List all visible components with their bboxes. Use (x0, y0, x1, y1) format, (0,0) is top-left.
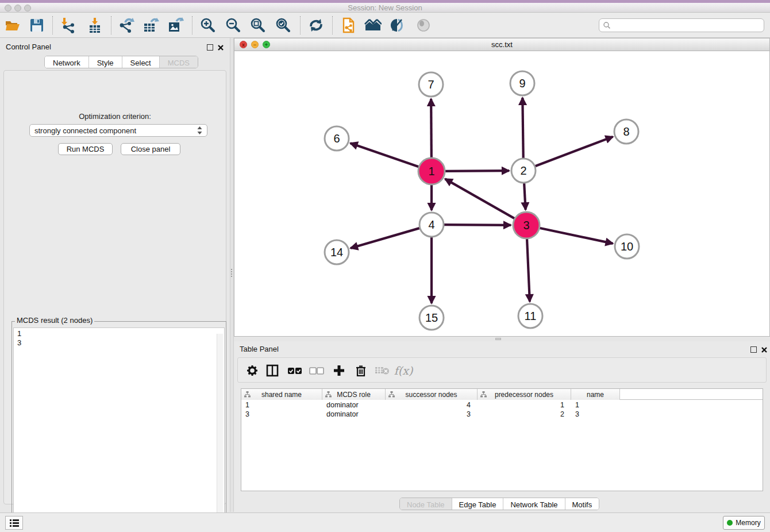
close-panel-icon[interactable] (761, 346, 768, 353)
network-window-titlebar[interactable]: x − + scc.txt (234, 38, 769, 51)
mcds-result-textarea[interactable]: 1 3 (13, 327, 225, 532)
graph-node-8[interactable]: 8 (614, 119, 638, 144)
result-scrollbar[interactable] (217, 334, 223, 532)
tab-style[interactable]: Style (89, 56, 122, 68)
graph-edge-3-10[interactable] (540, 228, 613, 244)
mcds-result-box: MCDS result (2 nodes) 1 3 (11, 317, 226, 532)
table-panel-title: Table Panel (240, 345, 279, 353)
column-header-predecessor-nodes[interactable]: predecessor nodes (478, 389, 571, 400)
optimization-criterion-dropdown[interactable]: strongly connected component (29, 124, 207, 137)
deselect-all-icon[interactable] (309, 363, 324, 378)
vertical-split-divider[interactable] (230, 38, 234, 512)
hide-panels-icon[interactable] (389, 17, 406, 34)
search-input[interactable] (611, 21, 764, 29)
graph-node-4[interactable]: 4 (419, 213, 444, 237)
graph-edge-3-1[interactable] (445, 179, 515, 218)
control-panel: Control Panel NetworkStyleSelectMCDS Opt… (0, 38, 230, 512)
table-cell[interactable]: 2 (478, 410, 571, 419)
table-row[interactable]: 1dominator411 (241, 400, 763, 410)
horizontal-split-divider[interactable] (234, 337, 770, 341)
table-cell[interactable]: 1 (478, 400, 571, 410)
tab-node-table[interactable]: Node Table (400, 498, 452, 510)
apply-layout-icon[interactable] (307, 17, 325, 34)
tab-motifs[interactable]: Motifs (565, 498, 599, 510)
table-cell[interactable]: 3 (241, 410, 322, 419)
add-row-icon[interactable] (332, 363, 346, 378)
app-title: Session: New Session (0, 3, 770, 12)
delete-table-icon[interactable] (375, 363, 390, 378)
graph-node-1[interactable]: 1 (418, 158, 445, 184)
memory-button[interactable]: Memory (723, 516, 765, 530)
graph-edge-1-7[interactable] (431, 99, 432, 158)
network-canvas[interactable]: 1234678910111415 (234, 51, 769, 336)
float-panel-icon[interactable] (207, 44, 213, 51)
table-cell[interactable]: 3 (386, 410, 478, 419)
column-header-successor-nodes[interactable]: successor nodes (386, 389, 478, 400)
table-header-row: shared nameMCDS rolesuccessor nodesprede… (241, 389, 763, 400)
export-network-icon[interactable] (118, 17, 135, 34)
search-box[interactable] (599, 18, 764, 32)
graph-node-11[interactable]: 11 (518, 304, 542, 328)
table-cell[interactable]: 4 (386, 400, 478, 410)
zoom-out-icon[interactable] (225, 17, 242, 34)
select-all-icon[interactable] (287, 363, 302, 378)
graph-node-7[interactable]: 7 (419, 72, 443, 97)
tab-network[interactable]: Network (45, 56, 89, 68)
run-mcds-button[interactable]: Run MCDS (58, 143, 113, 155)
float-panel-icon[interactable] (750, 346, 757, 353)
column-header-shared-name[interactable]: shared name (241, 389, 322, 400)
table-toolbar: f(x) (237, 357, 767, 383)
open-file-icon[interactable] (4, 17, 21, 34)
graph-edge-2-9[interactable] (522, 98, 523, 159)
graph-edge-2-8[interactable] (535, 137, 613, 167)
tab-edge-table[interactable]: Edge Table (452, 498, 504, 510)
table-cell[interactable]: dominator (322, 400, 386, 410)
graph-node-15[interactable]: 15 (419, 306, 444, 330)
import-table-icon[interactable] (86, 17, 103, 34)
close-panel-button[interactable]: Close panel (121, 143, 180, 155)
column-header-MCDS-role[interactable]: MCDS role (322, 389, 386, 400)
graph-node-6[interactable]: 6 (325, 126, 349, 151)
graph-node-3[interactable]: 3 (513, 212, 540, 238)
column-header-name[interactable]: name (571, 389, 620, 400)
zoom-in-icon[interactable] (199, 17, 217, 34)
home-icon[interactable] (364, 17, 382, 34)
graph-node-9[interactable]: 9 (510, 71, 534, 95)
table-cell[interactable]: 1 (241, 400, 322, 410)
graph-edge-2-3[interactable] (524, 183, 525, 210)
graph-edge-4-14[interactable] (351, 228, 420, 248)
table-cell[interactable]: 3 (571, 410, 620, 419)
import-network-icon[interactable] (59, 17, 76, 34)
graph-node-14[interactable]: 14 (325, 240, 349, 264)
save-session-icon[interactable] (28, 17, 45, 34)
toolbar-separator (111, 16, 111, 34)
zoom-fit-icon[interactable] (249, 17, 267, 34)
close-panel-icon[interactable] (217, 44, 224, 51)
graph-edge-1-2[interactable] (445, 171, 509, 171)
svg-text:10: 10 (621, 240, 633, 253)
graph-node-2[interactable]: 2 (511, 159, 536, 183)
table-cell[interactable]: dominator (322, 410, 386, 419)
mcds-result-lines: 1 3 (17, 329, 21, 348)
graph-edge-1-6[interactable] (351, 143, 419, 167)
tab-mcds[interactable]: MCDS (160, 56, 198, 68)
export-table-icon[interactable] (143, 17, 160, 34)
zoom-selected-icon[interactable] (275, 17, 292, 34)
export-image-icon[interactable] (167, 17, 184, 34)
tab-network-table[interactable]: Network Table (503, 498, 565, 510)
app-titlebar: Session: New Session (0, 0, 770, 13)
delete-row-icon[interactable] (353, 363, 368, 378)
graph-edge-3-11[interactable] (527, 238, 530, 302)
split-columns-icon[interactable] (265, 363, 280, 378)
graph-edge-4-3[interactable] (444, 225, 511, 225)
graph-node-10[interactable]: 10 (615, 234, 639, 259)
table-row[interactable]: 3dominator323 (241, 410, 763, 419)
memory-status-icon (727, 520, 733, 526)
table-settings-icon[interactable] (245, 363, 260, 378)
node-table[interactable]: shared nameMCDS rolesuccessor nodesprede… (241, 388, 763, 491)
clone-network-icon[interactable] (340, 17, 357, 34)
task-history-button[interactable] (5, 516, 23, 530)
tab-select[interactable]: Select (122, 56, 160, 68)
preview-icon[interactable] (415, 17, 432, 34)
table-cell[interactable]: 1 (571, 400, 620, 410)
